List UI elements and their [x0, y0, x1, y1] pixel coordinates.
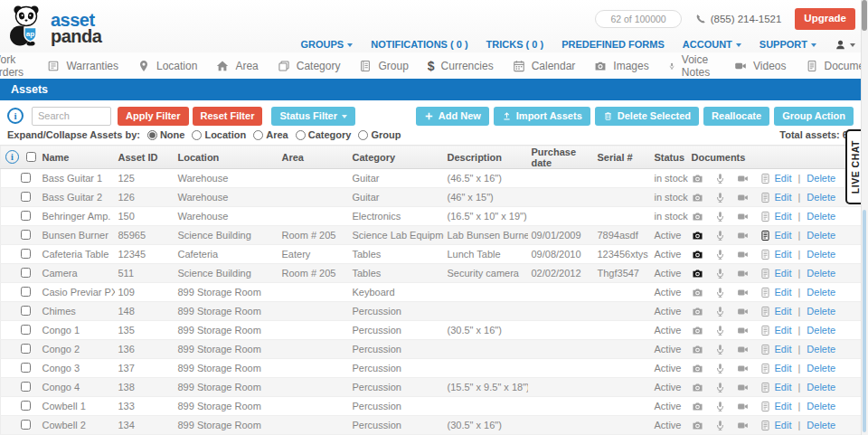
radio-category[interactable] [296, 130, 306, 140]
camera-icon[interactable] [692, 420, 703, 431]
radio-location[interactable] [192, 130, 202, 140]
edit-link[interactable]: Edit [775, 306, 792, 317]
video-icon[interactable] [737, 363, 749, 374]
delete-link[interactable]: Delete [807, 230, 835, 241]
expand-option-group[interactable]: Group [358, 129, 401, 140]
add-new-button[interactable]: Add New [416, 107, 489, 126]
col-asset-id[interactable]: Asset ID [115, 146, 175, 169]
doc-icon[interactable] [760, 268, 771, 279]
doc-icon[interactable] [760, 249, 771, 260]
camera-icon[interactable] [692, 325, 703, 336]
module-voice-notes[interactable]: Voice Notes [668, 53, 715, 79]
top-nav-account[interactable]: ACCOUNT [683, 39, 741, 50]
video-icon[interactable] [737, 287, 749, 298]
camera-icon[interactable] [692, 344, 703, 355]
mic-icon[interactable] [714, 306, 726, 317]
edit-link[interactable]: Edit [775, 325, 792, 336]
status-filter-button[interactable]: Status Filter [271, 107, 355, 126]
mic-icon[interactable] [714, 325, 726, 336]
edit-link[interactable]: Edit [775, 401, 792, 411]
video-icon[interactable] [737, 325, 749, 336]
row-checkbox[interactable] [21, 325, 31, 335]
module-videos[interactable]: Videos [734, 60, 786, 72]
col-name[interactable]: Name [39, 146, 115, 169]
camera-icon[interactable] [692, 249, 703, 260]
mic-icon[interactable] [714, 230, 726, 241]
select-all-checkbox[interactable] [26, 152, 36, 162]
module-category[interactable]: Category [278, 60, 341, 72]
mic-icon[interactable] [714, 192, 726, 203]
module-documents[interactable]: Documents [806, 60, 868, 72]
col-description[interactable]: Description [444, 146, 528, 169]
module-calendar[interactable]: Calendar [513, 60, 576, 72]
video-icon[interactable] [737, 249, 749, 260]
mic-icon[interactable] [714, 268, 726, 279]
edit-link[interactable]: Edit [775, 382, 792, 392]
edit-link[interactable]: Edit [775, 211, 792, 222]
row-checkbox[interactable] [21, 211, 31, 221]
edit-link[interactable]: Edit [775, 249, 792, 260]
doc-icon[interactable] [760, 230, 771, 241]
camera-icon[interactable] [692, 306, 703, 317]
row-checkbox[interactable] [21, 344, 31, 354]
reset-filter-button[interactable]: Reset Filter [193, 107, 263, 126]
doc-icon[interactable] [760, 173, 771, 184]
mic-icon[interactable] [714, 420, 726, 431]
delete-link[interactable]: Delete [807, 420, 835, 430]
delete-link[interactable]: Delete [807, 211, 835, 222]
delete-link[interactable]: Delete [807, 382, 835, 392]
info-icon[interactable]: i [5, 150, 19, 164]
delete-link[interactable]: Delete [807, 363, 835, 374]
camera-icon[interactable] [692, 287, 703, 298]
top-nav-support[interactable]: SUPPORT [760, 39, 816, 50]
camera-icon[interactable] [692, 230, 703, 241]
edit-link[interactable]: Edit [775, 363, 792, 374]
row-checkbox[interactable] [21, 420, 31, 430]
camera-icon[interactable] [692, 363, 703, 374]
edit-link[interactable]: Edit [775, 420, 792, 430]
row-checkbox[interactable] [21, 401, 31, 411]
doc-icon[interactable] [760, 211, 771, 222]
search-input[interactable] [32, 107, 111, 126]
delete-link[interactable]: Delete [807, 268, 835, 279]
expand-option-category[interactable]: Category [296, 129, 352, 140]
edit-link[interactable]: Edit [775, 192, 792, 203]
doc-icon[interactable] [760, 382, 771, 393]
row-checkbox[interactable] [21, 230, 31, 240]
top-nav-notifications-0[interactable]: NOTIFICATIONS ( 0 ) [371, 39, 467, 50]
video-icon[interactable] [737, 211, 749, 222]
doc-icon[interactable] [760, 325, 771, 336]
video-icon[interactable] [737, 268, 749, 279]
row-checkbox[interactable] [21, 249, 31, 259]
camera-icon[interactable] [692, 192, 703, 203]
camera-icon[interactable] [692, 173, 703, 184]
camera-icon[interactable] [692, 268, 703, 279]
module-images[interactable]: Images [594, 60, 648, 72]
row-checkbox[interactable] [21, 363, 31, 373]
col-purchase-date[interactable]: Purchase date [528, 146, 594, 169]
user-menu[interactable] [835, 39, 855, 51]
edit-link[interactable]: Edit [775, 230, 792, 241]
delete-link[interactable]: Delete [807, 325, 835, 336]
mic-icon[interactable] [714, 382, 726, 393]
expand-option-area[interactable]: Area [253, 129, 288, 140]
mic-icon[interactable] [714, 287, 726, 298]
module-currencies[interactable]: $Currencies [428, 60, 494, 72]
row-checkbox[interactable] [21, 306, 31, 316]
table-scrollbar-thumb[interactable] [863, 210, 866, 432]
top-nav-predefined-forms[interactable]: PREDEFINED FORMS [561, 39, 665, 50]
camera-icon[interactable] [692, 382, 703, 393]
mic-icon[interactable] [714, 344, 726, 355]
video-icon[interactable] [737, 401, 749, 412]
delete-link[interactable]: Delete [807, 249, 835, 260]
scrollbar-thumb[interactable] [862, 0, 867, 31]
module-work-orders[interactable]: Work Orders [0, 53, 28, 79]
doc-icon[interactable] [760, 306, 771, 317]
delete-link[interactable]: Delete [807, 306, 835, 317]
video-icon[interactable] [737, 306, 749, 317]
radio-group[interactable] [358, 130, 368, 140]
edit-link[interactable]: Edit [775, 268, 792, 279]
asset-panda-logo[interactable]: ap asset panda [7, 3, 101, 48]
video-icon[interactable] [737, 420, 749, 431]
module-group[interactable]: Group [359, 60, 408, 72]
